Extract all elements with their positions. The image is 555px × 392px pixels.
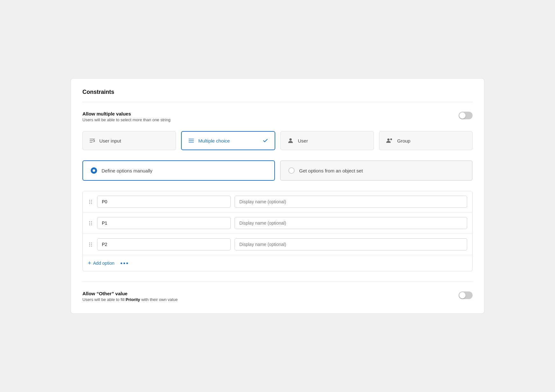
choice-user[interactable]: User [280, 131, 374, 150]
allow-other-subtitle: Users will be able to fill Priority with… [82, 297, 178, 302]
choice-group[interactable]: Group [379, 131, 473, 150]
choice-user-input[interactable]: User input [82, 131, 176, 150]
add-option-row: + Add option [83, 255, 472, 271]
group-icon [386, 137, 393, 144]
multiple-choice-label: Multiple choice [198, 138, 230, 144]
option-display-input-2[interactable] [235, 238, 467, 250]
allow-multiple-row: Allow multiple values Users will be able… [82, 111, 473, 122]
allow-multiple-toggle[interactable] [459, 112, 473, 119]
allow-other-row: Allow “Other” value Users will be able t… [82, 291, 473, 302]
drag-handle[interactable] [88, 242, 93, 247]
dot-3 [126, 262, 128, 264]
add-option-label: Add option [93, 261, 115, 266]
allow-multiple-subtitle: Users will be able to select more than o… [82, 117, 171, 122]
option-value-input-0[interactable] [97, 196, 231, 208]
option-display-input-1[interactable] [235, 217, 467, 229]
section-divider [82, 282, 473, 282]
svg-point-8 [390, 138, 392, 140]
radio-from-object[interactable]: Get options from an object set [280, 160, 473, 181]
table-row [83, 213, 472, 234]
drag-handle[interactable] [88, 220, 93, 226]
allow-other-toggle[interactable] [459, 291, 473, 299]
more-options-button[interactable] [121, 262, 128, 264]
drag-handle[interactable] [88, 199, 93, 205]
radio-from-object-circle [288, 167, 295, 174]
option-value-input-1[interactable] [97, 217, 231, 229]
allow-other-bold: Priority [126, 297, 140, 302]
table-row [83, 191, 472, 213]
user-input-label: User input [99, 138, 121, 144]
radio-options-row: Define options manually Get options from… [82, 160, 473, 181]
add-option-button[interactable]: + Add option [88, 260, 114, 266]
radio-define-manual-label: Define options manually [102, 168, 152, 173]
group-label: Group [397, 138, 411, 144]
svg-point-7 [387, 138, 390, 141]
radio-define-manual[interactable]: Define options manually [82, 160, 275, 181]
list-icon [188, 137, 194, 144]
option-value-input-2[interactable] [97, 238, 231, 250]
check-icon [263, 138, 268, 144]
allow-other-prefix: Users will be able to fill [82, 297, 126, 302]
option-display-input-0[interactable] [235, 196, 467, 208]
choice-multiple-choice[interactable]: Multiple choice [181, 131, 275, 150]
dot-1 [121, 262, 122, 264]
constraints-panel: Constraints Allow multiple values Users … [71, 78, 484, 314]
radio-from-object-label: Get options from an object set [299, 168, 363, 173]
panel-title: Constraints [82, 89, 473, 102]
dot-2 [123, 262, 125, 264]
user-label: User [298, 138, 308, 144]
options-table: + Add option [82, 191, 473, 271]
allow-multiple-title: Allow multiple values [82, 111, 171, 116]
allow-other-title: Allow “Other” value [82, 291, 178, 296]
user-icon [287, 137, 294, 144]
plus-icon: + [88, 260, 91, 266]
radio-define-manual-circle [91, 167, 97, 174]
allow-other-suffix: with their own value [140, 297, 178, 302]
edit-icon [89, 137, 95, 144]
svg-point-6 [289, 138, 292, 141]
choice-type-row: User input Multiple choice [82, 131, 473, 150]
table-row [83, 234, 472, 255]
